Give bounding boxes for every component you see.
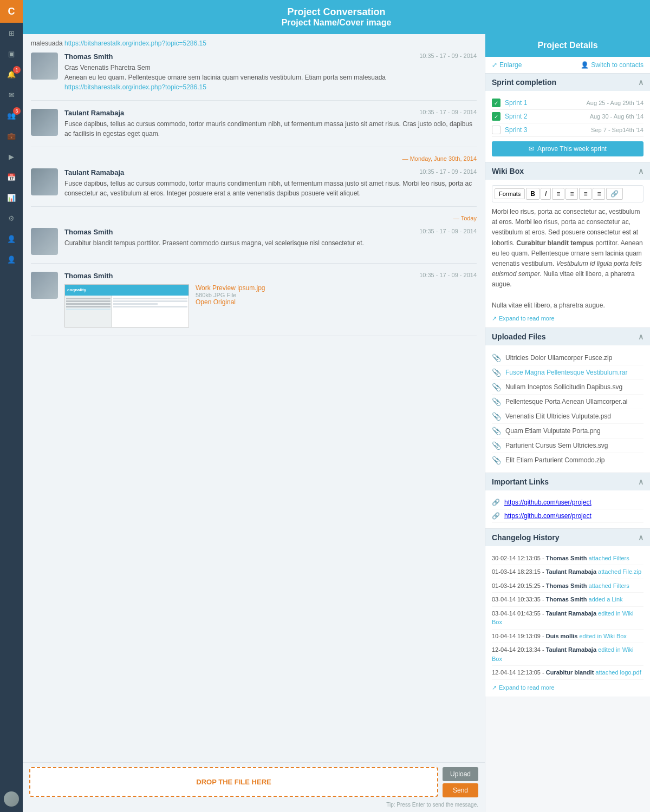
switch-to-contacts-button[interactable]: 👤 Switch to contacts [581, 61, 644, 69]
content-split: malesuada https://bitsharestalk.org/inde… [23, 34, 650, 812]
calendar-icon: 📅 [7, 173, 16, 181]
important-link[interactable]: https://github.com/user/project [504, 499, 592, 506]
message-header: Thomas Smith 10:35 - 17 - 09 - 2014 [64, 272, 477, 280]
link-item: 🔗 https://github.com/user/project [492, 496, 644, 509]
sprint-1-checkbox[interactable]: ✓ [492, 99, 500, 107]
message-author: Taulant Ramabaja [64, 168, 124, 176]
top-link-row: malesuada https://bitsharestalk.org/inde… [31, 40, 477, 47]
sidebar-item-calendar[interactable]: 📅 [0, 167, 23, 187]
message-link[interactable]: https://bitsharestalk.org/index.php?topi… [64, 83, 206, 91]
sprint-3-checkbox[interactable] [492, 126, 500, 134]
sidebar-item-messages[interactable]: ✉ [0, 84, 23, 105]
wiki-formats-btn[interactable]: Formats [495, 188, 525, 199]
tip-text: Tip: Press Enter to send the message. [29, 802, 478, 808]
file-link[interactable]: Quam Etiam Vulputate Porta.png [505, 427, 601, 435]
paperclip-icon: 📎 [492, 456, 501, 464]
sprint-2-checkbox[interactable]: ✓ [492, 112, 500, 121]
changelog-item: 12-04-14 20:13:34 - Taulant Ramabaja edi… [492, 643, 644, 666]
file-link[interactable]: Ultricies Dolor Ullamcorper Fusce.zip [505, 354, 612, 362]
wiki-italic-btn[interactable]: I [541, 188, 551, 200]
approve-sprint-button[interactable]: ✉ Aprove This week sprint [492, 141, 644, 156]
messages-container[interactable]: malesuada https://bitsharestalk.org/inde… [23, 34, 485, 762]
uploaded-files-header[interactable]: Uploaded Files ∧ [485, 328, 650, 345]
avatar [31, 168, 58, 195]
changelog-item: 12-04-14 12:13:05 - Curabitur blandit at… [492, 666, 644, 680]
sprint-row: ✓ Sprint 2 Aug 30 - Aug 6th '14 [492, 110, 644, 123]
wiki-align-left-btn[interactable]: ≡ [552, 188, 564, 200]
top-link-url[interactable]: https://bitsharestalk.org/index.php?topi… [64, 40, 206, 47]
upload-button[interactable]: Upload [443, 767, 478, 781]
date-separator: — Monday, June 30th, 2014 [31, 155, 477, 162]
changelog-section: Changelog History ∧ 30-02-14 12:13:05 - … [485, 529, 650, 697]
wiki-section-header[interactable]: Wiki Box ∧ [485, 162, 650, 180]
drop-zone[interactable]: DROP THE FILE HERE [29, 767, 438, 797]
approve-icon: ✉ [529, 145, 534, 153]
sidebar-item-notifications[interactable]: 🔔 1 [0, 64, 23, 84]
file-link[interactable]: Fusce Magna Pellentesque Vestibulum.rar [505, 369, 627, 376]
sprint-1-name: Sprint 1 [505, 99, 587, 107]
message-content: Thomas Smith 10:35 - 17 - 09 - 2014 coqn… [64, 272, 477, 328]
file-link[interactable]: Nullam Inceptos Sollicitudin Dapibus.svg [505, 383, 622, 391]
sidebar-item-users-group[interactable]: 👥 6 [0, 105, 23, 126]
app-logo[interactable]: C [0, 0, 23, 23]
page-title: Project Conversation [23, 6, 650, 18]
wiki-box-section: Wiki Box ∧ Formats B I ≡ ≡ ≡ ≡ 🔗 [485, 162, 650, 328]
file-link[interactable]: Pellentesque Porta Aenean Ullamcorper.ai [505, 398, 627, 405]
attachment-size: 580kb JPG File [196, 292, 265, 298]
notification-badge: 1 [13, 66, 21, 74]
wiki-bold-btn[interactable]: B [526, 188, 540, 200]
briefcase-icon: 💼 [7, 132, 16, 140]
sprint-chevron: ∧ [638, 78, 644, 87]
file-link[interactable]: Venenatis Elit Ultricies Vulputate.psd [505, 412, 611, 420]
paperclip-icon: 📎 [492, 368, 501, 377]
changelog-item: 03-04-14 01:43:55 - Taulant Ramabaja edi… [492, 607, 644, 630]
send-button[interactable]: Send [443, 783, 478, 797]
wiki-align-center-btn[interactable]: ≡ [566, 188, 578, 200]
message-block: Taulant Ramabaja 10:35 - 17 - 09 - 2014 … [31, 109, 477, 147]
wiki-link-btn[interactable]: 🔗 [606, 188, 623, 200]
changelog-item: 30-02-14 12:13:05 - Thomas Smith attache… [492, 552, 644, 566]
changelog-expand-link[interactable]: ↗ Expand to read more [492, 684, 644, 691]
wiki-toolbar: Formats B I ≡ ≡ ≡ ≡ 🔗 [492, 185, 644, 202]
file-link[interactable]: Parturient Cursus Sem Ultricies.svg [505, 442, 608, 449]
wiki-text-content: Morbi leo risus, porta ac consectetur ac… [492, 207, 644, 311]
wiki-align-right-btn[interactable]: ≡ [579, 188, 592, 200]
main-header: Project Conversation Project Name/Cover … [23, 0, 650, 34]
wiki-expand-link[interactable]: ↗ Expand to read more [492, 315, 644, 322]
important-links-chevron: ∧ [638, 477, 644, 486]
sidebar-item-team[interactable]: 👤 [0, 228, 23, 249]
file-link[interactable]: Elit Etiam Parturient Commodo.zip [505, 456, 604, 464]
important-link[interactable]: https://github.com/user/project [504, 512, 592, 520]
sidebar-item-briefcase[interactable]: 💼 [0, 126, 23, 146]
sprint-2-date: Aug 30 - Aug 6th '14 [590, 113, 644, 120]
avatar [31, 53, 58, 80]
enlarge-button[interactable]: ⤢ Enlarge [492, 61, 522, 69]
link-icon: 🔗 [492, 512, 500, 520]
changelog-header[interactable]: Changelog History ∧ [485, 529, 650, 546]
date-separator-today: — Today [31, 215, 477, 221]
message-author: Thomas Smith [64, 272, 113, 280]
message-time: 10:35 - 17 - 09 - 2014 [419, 228, 477, 236]
wiki-align-justify-btn[interactable]: ≡ [593, 188, 605, 200]
team-icon: 👤 [7, 235, 16, 243]
sidebar-item-settings[interactable]: ⚙ [0, 208, 23, 228]
important-links-header[interactable]: Important Links ∧ [485, 473, 650, 490]
sprint-section-header[interactable]: Sprint completion ∧ [485, 74, 650, 91]
sidebar-item-video[interactable]: ▶ [0, 146, 23, 167]
sidebar-item-contacts[interactable]: 👤 [0, 249, 23, 270]
uploaded-files-chevron: ∧ [638, 332, 644, 341]
user-avatar[interactable] [4, 791, 19, 807]
sidebar: C ⊞ ▣ 🔔 1 ✉ 👥 6 💼 ▶ 📅 📊 ⚙ 👤 👤 [0, 0, 23, 812]
sprint-completion-section: Sprint completion ∧ ✓ Sprint 1 Aug 25 - … [485, 74, 650, 162]
sidebar-item-documents[interactable]: ▣ [0, 43, 23, 64]
sidebar-item-home[interactable]: ⊞ [0, 23, 23, 43]
right-panel-header: Project Details [485, 34, 650, 57]
sidebar-item-chart[interactable]: 📊 [0, 187, 23, 208]
sprint-2-name: Sprint 2 [505, 113, 590, 120]
link-icon: 🔗 [492, 499, 500, 506]
message-content: Thomas Smith 10:35 - 17 - 09 - 2014 Cras… [64, 53, 477, 92]
important-links-content: 🔗 https://github.com/user/project 🔗 http… [485, 490, 650, 528]
changelog-item: 01-03-14 20:15:25 - Thomas Smith attache… [492, 579, 644, 593]
open-original-link[interactable]: Open Original [196, 298, 265, 306]
paperclip-icon: 📎 [492, 397, 501, 406]
